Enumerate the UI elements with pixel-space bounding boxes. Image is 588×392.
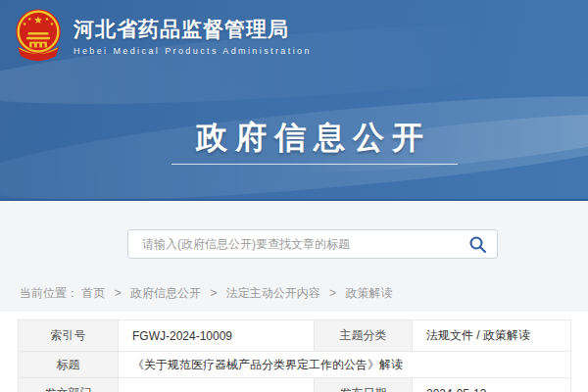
- banner-underline: [172, 164, 458, 165]
- breadcrumb-separator: >: [115, 286, 122, 300]
- breadcrumb-info-disclosure[interactable]: 政府信息公开: [130, 286, 201, 300]
- table-row: 索引号 FGWJ-2024-10009 主题分类 法规文件 / 政策解读: [19, 320, 571, 352]
- svg-text:★: ★: [27, 17, 32, 22]
- index-number-value: FGWJ-2024-10009: [119, 320, 315, 352]
- table-row: 发文部门 发布日期 2024-05-13: [19, 378, 571, 392]
- document-info-table: 索引号 FGWJ-2024-10009 主题分类 法规文件 / 政策解读 标题 …: [18, 319, 571, 392]
- site-name-chinese: 河北省药品监督管理局: [74, 17, 312, 42]
- breadcrumb-separator: >: [210, 286, 217, 300]
- issuing-department-value: [119, 378, 315, 392]
- publish-date-value: 2024-05-13: [413, 378, 571, 392]
- page-title: 政府信息公开: [39, 117, 588, 160]
- subject-category-label: 主题分类: [315, 320, 413, 352]
- issuing-department-label: 发文部门: [19, 378, 119, 392]
- svg-text:★: ★: [50, 22, 55, 26]
- breadcrumb-statutory-content[interactable]: 法定主动公开内容: [226, 286, 320, 300]
- national-emblem-icon: ★ ★ ★ ★ ★: [13, 8, 64, 65]
- svg-text:★: ★: [45, 17, 50, 22]
- breadcrumb-prefix: 当前位置：: [20, 286, 78, 300]
- breadcrumb-current-policy-interpretation: 政策解读: [345, 286, 392, 300]
- svg-text:★: ★: [23, 22, 27, 26]
- breadcrumb: 当前位置： 首页 > 政府信息公开 > 法定主动公开内容 > 政策解读: [20, 285, 392, 302]
- page: ★ ★ ★ ★ ★ 河北省药品监督管理局 Hebei Medical Produ…: [0, 0, 588, 392]
- site-name: 河北省药品监督管理局 Hebei Medical Products Admini…: [74, 17, 312, 56]
- index-number-label: 索引号: [19, 320, 119, 352]
- hero-banner: ★ ★ ★ ★ ★ 河北省药品监督管理局 Hebei Medical Produ…: [0, 0, 588, 201]
- breadcrumb-separator: >: [329, 286, 336, 300]
- svg-text:★: ★: [33, 14, 42, 25]
- search-box: [127, 229, 498, 259]
- search-input[interactable]: [140, 236, 466, 252]
- title-label: 标题: [19, 352, 119, 378]
- table-row: 标题 《关于规范医疗器械产品分类界定工作的公告》解读: [19, 352, 571, 378]
- search-icon: [468, 235, 487, 254]
- publish-date-label: 发布日期: [315, 378, 413, 392]
- breadcrumb-home[interactable]: 首页: [81, 286, 105, 300]
- search-button[interactable]: [466, 233, 489, 256]
- site-logo[interactable]: ★ ★ ★ ★ ★ 河北省药品监督管理局 Hebei Medical Produ…: [13, 8, 312, 65]
- subject-category-value: 法规文件 / 政策解读: [413, 320, 571, 352]
- site-name-english: Hebei Medical Products Administration: [74, 46, 312, 56]
- title-value: 《关于规范医疗器械产品分类界定工作的公告》解读: [119, 352, 571, 378]
